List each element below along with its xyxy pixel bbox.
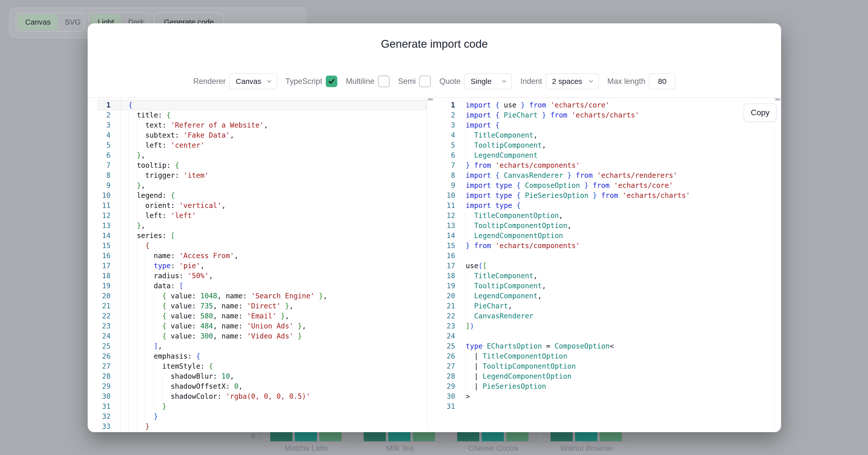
scrollbar-thumb[interactable] — [428, 98, 433, 100]
semi-checkbox[interactable] — [419, 75, 431, 87]
chart-bar — [457, 432, 479, 441]
renderer-tab-group: Canvas SVG — [16, 12, 85, 32]
option-code-editor[interactable]: 1234567891011121314151617181920212223242… — [98, 98, 434, 432]
chart-bar — [319, 432, 342, 441]
typescript-label: TypeScript — [285, 77, 322, 86]
chart-bar — [364, 432, 386, 441]
dialog-title: Generate import code — [88, 38, 781, 50]
scrollbar-track[interactable] — [774, 98, 781, 432]
generate-import-code-dialog: Generate import code Renderer Canvas Typ… — [88, 23, 781, 432]
chart-category-label: Cheese Cocoa — [446, 444, 540, 453]
tab-svg[interactable]: SVG — [58, 14, 88, 30]
semi-label: Semi — [398, 77, 416, 86]
quote-select-value: Single — [471, 77, 492, 86]
screen: { "background": { "renderer_tabs": {"can… — [0, 0, 868, 455]
copy-button[interactable]: Copy — [744, 103, 777, 122]
check-icon — [328, 77, 335, 85]
chart-bar — [575, 432, 597, 441]
chart-bar — [551, 432, 572, 441]
renderer-select-value: Canvas — [236, 77, 261, 86]
scrollbar-thumb[interactable] — [775, 98, 780, 100]
x-axis-line — [260, 441, 634, 442]
tab-canvas-label: Canvas — [25, 18, 51, 26]
chart-bar — [295, 432, 317, 441]
copy-button-label: Copy — [751, 108, 770, 117]
chevron-down-icon — [588, 78, 594, 84]
quote-select[interactable]: Single — [464, 73, 512, 89]
chart-bar — [482, 432, 504, 441]
chart-bar — [270, 432, 292, 441]
chart-bar — [506, 432, 528, 441]
chart-bar — [413, 432, 435, 441]
indent-label: Indent — [520, 77, 542, 86]
tab-svg-label: SVG — [65, 18, 81, 26]
chart-category-label: Matcha Latte — [260, 444, 353, 453]
line-number-gutter: 1234567891011121314151617181920212223242… — [434, 98, 458, 432]
chart-category-label: Walnut Brownie — [540, 444, 633, 453]
typescript-checkbox[interactable] — [326, 75, 337, 87]
import-code-content: import { use } from 'echarts/core'import… — [458, 98, 774, 432]
multiline-checkbox[interactable] — [378, 75, 390, 87]
renderer-label: Renderer — [193, 77, 225, 86]
chart-category-label: Milk Tea — [353, 444, 446, 453]
line-number-gutter: 1234567891011121314151617181920212223242… — [98, 98, 120, 432]
chart-bar — [600, 432, 622, 441]
quote-label: Quote — [439, 77, 460, 86]
max-length-label: Max length — [607, 77, 646, 86]
indent-select-value: 2 spaces — [552, 77, 582, 86]
chevron-down-icon — [501, 78, 507, 84]
renderer-select[interactable]: Canvas — [229, 73, 277, 89]
chart-bar — [388, 432, 410, 441]
y-axis-line — [260, 432, 260, 442]
option-code-content: {title: {text: 'Referer of a Website',su… — [120, 98, 427, 432]
dialog-toolbar: Renderer Canvas TypeScript Multiline Sem… — [88, 73, 781, 89]
max-length-input[interactable] — [649, 73, 676, 89]
import-code-viewer[interactable]: 1234567891011121314151617181920212223242… — [434, 98, 781, 432]
code-area: 1234567891011121314151617181920212223242… — [88, 97, 781, 432]
tab-canvas[interactable]: Canvas — [18, 14, 58, 30]
chevron-down-icon — [267, 78, 272, 84]
scrollbar-track[interactable] — [427, 98, 434, 432]
y-axis-zero-label: 0 — [231, 432, 255, 441]
multiline-label: Multiline — [346, 77, 374, 86]
indent-select[interactable]: 2 spaces — [546, 73, 599, 89]
